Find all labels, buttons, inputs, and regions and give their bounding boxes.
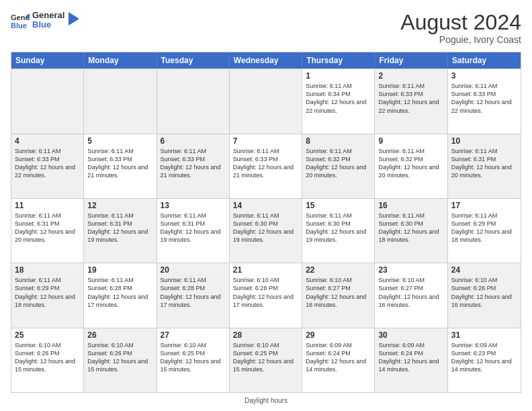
day-cell-14: 14Sunrise: 6:11 AM Sunset: 6:30 PM Dayli…	[230, 199, 302, 263]
day-info: Sunrise: 6:11 AM Sunset: 6:32 PM Dayligh…	[378, 147, 443, 180]
day-number: 11	[15, 201, 80, 210]
day-cell-24: 24Sunrise: 6:10 AM Sunset: 6:26 PM Dayli…	[448, 263, 521, 327]
day-number: 18	[15, 265, 80, 275]
footer-text: Daylight hours	[245, 397, 287, 404]
col-header-saturday: Saturday	[448, 52, 521, 68]
day-cell-8: 8Sunrise: 6:11 AM Sunset: 6:32 PM Daylig…	[302, 134, 375, 198]
col-header-thursday: Thursday	[302, 52, 375, 68]
day-number: 22	[306, 265, 371, 275]
day-info: Sunrise: 6:11 AM Sunset: 6:33 PM Dayligh…	[15, 147, 80, 180]
day-info: Sunrise: 6:11 AM Sunset: 6:31 PM Dayligh…	[161, 212, 226, 244]
day-number: 2	[378, 71, 443, 81]
day-number: 20	[161, 265, 226, 275]
day-number: 5	[87, 136, 152, 146]
logo-general: General	[32, 11, 64, 20]
day-info: Sunrise: 6:10 AM Sunset: 6:26 PM Dayligh…	[87, 341, 152, 374]
day-number: 9	[378, 136, 443, 146]
day-cell-28: 28Sunrise: 6:10 AM Sunset: 6:25 PM Dayli…	[230, 328, 302, 392]
day-info: Sunrise: 6:11 AM Sunset: 6:28 PM Dayligh…	[161, 276, 226, 309]
day-cell-13: 13Sunrise: 6:11 AM Sunset: 6:31 PM Dayli…	[157, 199, 230, 263]
day-cell-12: 12Sunrise: 6:11 AM Sunset: 6:31 PM Dayli…	[84, 199, 157, 263]
col-header-tuesday: Tuesday	[157, 52, 230, 68]
day-info: Sunrise: 6:09 AM Sunset: 6:23 PM Dayligh…	[451, 341, 517, 374]
day-info: Sunrise: 6:11 AM Sunset: 6:33 PM Dayligh…	[87, 147, 152, 180]
footer: Daylight hours	[11, 397, 521, 404]
day-cell-25: 25Sunrise: 6:10 AM Sunset: 6:26 PM Dayli…	[11, 328, 84, 392]
calendar: SundayMondayTuesdayWednesdayThursdayFrid…	[11, 52, 521, 393]
day-cell-16: 16Sunrise: 6:11 AM Sunset: 6:30 PM Dayli…	[375, 199, 447, 263]
day-info: Sunrise: 6:11 AM Sunset: 6:33 PM Dayligh…	[378, 82, 443, 115]
day-number: 27	[161, 330, 226, 340]
day-number: 17	[451, 201, 517, 210]
day-info: Sunrise: 6:10 AM Sunset: 6:25 PM Dayligh…	[233, 341, 298, 374]
day-cell-2: 2Sunrise: 6:11 AM Sunset: 6:33 PM Daylig…	[375, 69, 447, 133]
day-info: Sunrise: 6:10 AM Sunset: 6:26 PM Dayligh…	[15, 341, 80, 374]
day-number: 21	[233, 265, 298, 275]
day-number: 4	[15, 136, 80, 146]
week-row-3: 11Sunrise: 6:11 AM Sunset: 6:31 PM Dayli…	[11, 198, 521, 263]
page: General Blue General Blue August 2024 Po…	[0, 0, 532, 411]
day-cell-31: 31Sunrise: 6:09 AM Sunset: 6:23 PM Dayli…	[448, 328, 521, 392]
col-header-wednesday: Wednesday	[230, 52, 302, 68]
day-info: Sunrise: 6:11 AM Sunset: 6:30 PM Dayligh…	[378, 212, 443, 244]
day-number: 3	[451, 71, 517, 81]
day-info: Sunrise: 6:11 AM Sunset: 6:31 PM Dayligh…	[87, 212, 152, 244]
month-title: August 2024	[400, 11, 521, 34]
day-cell-27: 27Sunrise: 6:10 AM Sunset: 6:25 PM Dayli…	[157, 328, 230, 392]
day-number: 26	[87, 330, 152, 340]
day-cell-7: 7Sunrise: 6:11 AM Sunset: 6:33 PM Daylig…	[230, 134, 302, 198]
day-info: Sunrise: 6:11 AM Sunset: 6:30 PM Dayligh…	[233, 212, 298, 244]
calendar-body: 1Sunrise: 6:11 AM Sunset: 6:34 PM Daylig…	[11, 68, 521, 392]
calendar-header: SundayMondayTuesdayWednesdayThursdayFrid…	[11, 52, 521, 68]
title-area: August 2024 Poguie, Ivory Coast	[400, 11, 521, 45]
day-number: 12	[87, 201, 152, 210]
svg-marker-3	[69, 12, 79, 26]
empty-cell	[84, 69, 157, 133]
day-info: Sunrise: 6:11 AM Sunset: 6:30 PM Dayligh…	[306, 212, 371, 244]
day-number: 16	[378, 201, 443, 210]
day-cell-11: 11Sunrise: 6:11 AM Sunset: 6:31 PM Dayli…	[11, 199, 84, 263]
week-row-5: 25Sunrise: 6:10 AM Sunset: 6:26 PM Dayli…	[11, 328, 521, 392]
empty-cell	[11, 69, 84, 133]
svg-text:General: General	[11, 13, 30, 21]
day-cell-29: 29Sunrise: 6:09 AM Sunset: 6:24 PM Dayli…	[302, 328, 375, 392]
day-info: Sunrise: 6:10 AM Sunset: 6:25 PM Dayligh…	[161, 341, 226, 374]
day-number: 8	[306, 136, 371, 146]
day-info: Sunrise: 6:10 AM Sunset: 6:28 PM Dayligh…	[233, 276, 298, 309]
day-info: Sunrise: 6:11 AM Sunset: 6:34 PM Dayligh…	[306, 82, 371, 115]
day-info: Sunrise: 6:11 AM Sunset: 6:33 PM Dayligh…	[161, 147, 226, 180]
day-info: Sunrise: 6:11 AM Sunset: 6:28 PM Dayligh…	[87, 276, 152, 309]
day-number: 14	[233, 201, 298, 210]
day-cell-15: 15Sunrise: 6:11 AM Sunset: 6:30 PM Dayli…	[302, 199, 375, 263]
day-cell-26: 26Sunrise: 6:10 AM Sunset: 6:26 PM Dayli…	[84, 328, 157, 392]
day-number: 7	[233, 136, 298, 146]
day-cell-1: 1Sunrise: 6:11 AM Sunset: 6:34 PM Daylig…	[302, 69, 375, 133]
header: General Blue General Blue August 2024 Po…	[11, 11, 521, 45]
day-info: Sunrise: 6:11 AM Sunset: 6:33 PM Dayligh…	[233, 147, 298, 180]
day-cell-23: 23Sunrise: 6:10 AM Sunset: 6:27 PM Dayli…	[375, 263, 447, 327]
logo-icon: General Blue	[11, 11, 30, 30]
day-number: 31	[451, 330, 517, 340]
day-cell-18: 18Sunrise: 6:11 AM Sunset: 6:29 PM Dayli…	[11, 263, 84, 327]
day-info: Sunrise: 6:10 AM Sunset: 6:27 PM Dayligh…	[306, 276, 371, 309]
day-info: Sunrise: 6:11 AM Sunset: 6:29 PM Dayligh…	[15, 276, 80, 309]
day-info: Sunrise: 6:09 AM Sunset: 6:24 PM Dayligh…	[378, 341, 443, 374]
day-info: Sunrise: 6:11 AM Sunset: 6:33 PM Dayligh…	[451, 82, 517, 115]
empty-cell	[157, 69, 230, 133]
col-header-friday: Friday	[375, 52, 447, 68]
day-info: Sunrise: 6:11 AM Sunset: 6:32 PM Dayligh…	[306, 147, 371, 180]
day-info: Sunrise: 6:11 AM Sunset: 6:31 PM Dayligh…	[451, 147, 517, 180]
week-row-4: 18Sunrise: 6:11 AM Sunset: 6:29 PM Dayli…	[11, 263, 521, 327]
day-info: Sunrise: 6:09 AM Sunset: 6:24 PM Dayligh…	[306, 341, 371, 374]
location-subtitle: Poguie, Ivory Coast	[400, 34, 521, 45]
day-number: 24	[451, 265, 517, 275]
week-row-1: 1Sunrise: 6:11 AM Sunset: 6:34 PM Daylig…	[11, 68, 521, 133]
day-number: 13	[161, 201, 226, 210]
logo: General Blue General Blue	[11, 11, 79, 30]
day-cell-22: 22Sunrise: 6:10 AM Sunset: 6:27 PM Dayli…	[302, 263, 375, 327]
col-header-sunday: Sunday	[11, 52, 84, 68]
svg-text:Blue: Blue	[11, 21, 27, 30]
day-cell-3: 3Sunrise: 6:11 AM Sunset: 6:33 PM Daylig…	[448, 69, 521, 133]
day-number: 28	[233, 330, 298, 340]
day-cell-10: 10Sunrise: 6:11 AM Sunset: 6:31 PM Dayli…	[448, 134, 521, 198]
